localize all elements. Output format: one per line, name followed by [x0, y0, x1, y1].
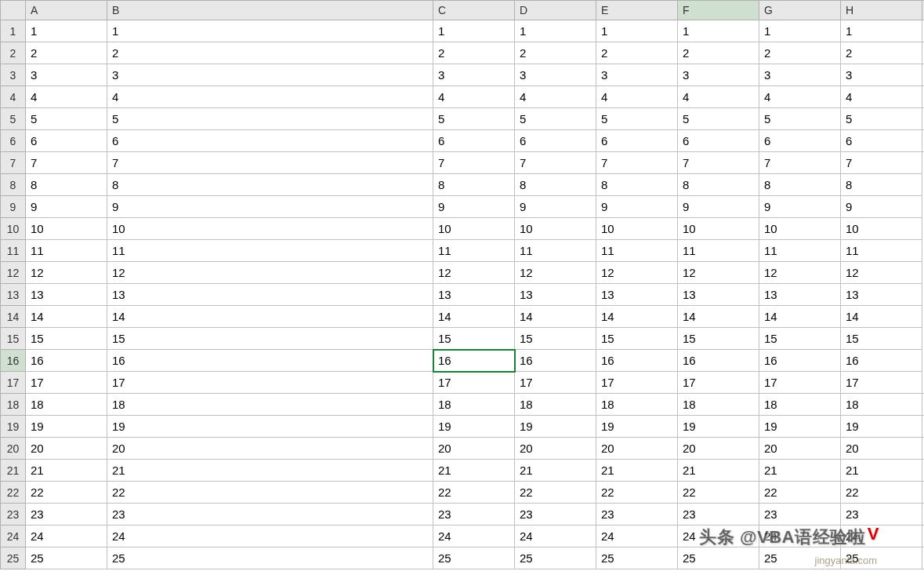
cell-E21[interactable]: 21 — [596, 460, 678, 482]
cell-G21[interactable]: 21 — [759, 460, 841, 482]
cell-E19[interactable]: 19 — [596, 416, 678, 438]
cell-D18[interactable]: 18 — [515, 394, 596, 416]
cell-F7[interactable]: 7 — [433, 152, 515, 174]
cell-K7[interactable]: 7 — [841, 152, 922, 174]
cell-C1[interactable]: 1 — [433, 20, 515, 42]
cell-B22[interactable]: 22 — [107, 482, 433, 504]
cell-G11[interactable]: 11 — [515, 240, 596, 262]
cell-E3[interactable]: 3 — [596, 64, 678, 86]
cell-K14[interactable]: 14 — [841, 306, 922, 328]
row-header-12[interactable]: 12 — [1, 262, 26, 284]
cell-F13[interactable]: 13 — [433, 284, 515, 306]
cell-A11[interactable]: 11 — [26, 240, 107, 262]
row-header-2[interactable]: 2 — [1, 42, 26, 64]
cell-I11[interactable]: 11 — [678, 240, 759, 262]
cell-E2[interactable]: 2 — [596, 42, 678, 64]
row-header-5[interactable]: 5 — [1, 108, 26, 130]
cell-A22[interactable]: 22 — [26, 482, 107, 504]
cell-A25[interactable]: 25 — [26, 547, 107, 569]
row-header-13[interactable]: 13 — [1, 284, 26, 306]
cell-B23[interactable]: 23 — [107, 504, 433, 526]
cell-I7[interactable]: 7 — [678, 152, 759, 174]
cell-D24[interactable]: 24 — [515, 526, 596, 547]
cell-G8[interactable]: 8 — [515, 174, 596, 196]
cell-A19[interactable]: 19 — [26, 416, 107, 438]
cell-G19[interactable]: 19 — [759, 416, 841, 438]
cell-J8[interactable]: 8 — [759, 174, 841, 196]
cell-F12[interactable]: 12 — [433, 262, 515, 284]
cell-K17[interactable]: 17 — [841, 372, 922, 394]
cell-B11[interactable]: 11 — [107, 240, 433, 262]
cell-E23[interactable]: 23 — [596, 504, 678, 526]
row-header-16[interactable]: 16 — [1, 350, 26, 372]
cell-H2[interactable]: 2 — [841, 42, 922, 64]
cell-B19[interactable]: 19 — [107, 416, 433, 438]
cell-A5[interactable]: 5 — [26, 108, 107, 130]
cell-F19[interactable]: 19 — [678, 416, 759, 438]
cell-F22[interactable]: 22 — [678, 482, 759, 504]
cell-A20[interactable]: 20 — [26, 438, 107, 460]
cell-K16[interactable]: 16 — [841, 350, 922, 372]
cell-J17[interactable]: 17 — [759, 372, 841, 394]
cell-H23[interactable]: 23 — [841, 504, 922, 526]
cell-K15[interactable]: 15 — [841, 328, 922, 350]
row-header-17[interactable]: 17 — [1, 372, 26, 394]
cell-F17[interactable]: 17 — [433, 372, 515, 394]
cell-I16[interactable]: 16 — [678, 350, 759, 372]
cell-B16[interactable]: 16 — [107, 350, 433, 372]
cell-A23[interactable]: 23 — [26, 504, 107, 526]
cell-A12[interactable]: 12 — [26, 262, 107, 284]
cell-G4[interactable]: 4 — [759, 86, 841, 108]
cell-I14[interactable]: 14 — [678, 306, 759, 328]
cell-B6[interactable]: 6 — [107, 130, 433, 152]
cell-A3[interactable]: 3 — [26, 64, 107, 86]
cell-H9[interactable]: 9 — [596, 196, 678, 218]
cell-I12[interactable]: 12 — [678, 262, 759, 284]
row-header-3[interactable]: 3 — [1, 64, 26, 86]
cell-B24[interactable]: 24 — [107, 526, 433, 547]
column-header-C[interactable]: C — [433, 1, 515, 20]
cell-D19[interactable]: 19 — [515, 416, 596, 438]
cell-B13[interactable]: 13 — [107, 284, 433, 306]
row-header-8[interactable]: 8 — [1, 174, 26, 196]
cell-F8[interactable]: 8 — [433, 174, 515, 196]
cell-B21[interactable]: 21 — [107, 460, 433, 482]
cell-K8[interactable]: 8 — [841, 174, 922, 196]
cell-D6[interactable]: 6 — [515, 130, 596, 152]
cell-E20[interactable]: 20 — [596, 438, 678, 460]
cell-B15[interactable]: 15 — [107, 328, 433, 350]
column-header-H[interactable]: H — [841, 1, 922, 20]
row-header-19[interactable]: 19 — [1, 416, 26, 438]
cell-A21[interactable]: 21 — [26, 460, 107, 482]
cell-G15[interactable]: 15 — [515, 328, 596, 350]
cell-F21[interactable]: 21 — [678, 460, 759, 482]
cell-C21[interactable]: 21 — [433, 460, 515, 482]
cell-B1[interactable]: 1 — [107, 20, 433, 42]
cell-H14[interactable]: 14 — [596, 306, 678, 328]
column-header-E[interactable]: E — [596, 1, 678, 20]
cell-H3[interactable]: 3 — [841, 64, 922, 86]
cell-C3[interactable]: 3 — [433, 64, 515, 86]
cell-B10[interactable]: 10 — [107, 218, 433, 240]
cell-J12[interactable]: 12 — [759, 262, 841, 284]
cell-B25[interactable]: 25 — [107, 547, 433, 569]
cell-I13[interactable]: 13 — [678, 284, 759, 306]
row-header-14[interactable]: 14 — [1, 306, 26, 328]
cell-H7[interactable]: 7 — [596, 152, 678, 174]
cell-H5[interactable]: 5 — [841, 108, 922, 130]
row-header-18[interactable]: 18 — [1, 394, 26, 416]
cell-G13[interactable]: 13 — [515, 284, 596, 306]
cell-F3[interactable]: 3 — [678, 64, 759, 86]
cell-B14[interactable]: 14 — [107, 306, 433, 328]
cell-G10[interactable]: 10 — [515, 218, 596, 240]
row-header-1[interactable]: 1 — [1, 20, 26, 42]
cell-F5[interactable]: 5 — [678, 108, 759, 130]
cell-G3[interactable]: 3 — [759, 64, 841, 86]
row-header-10[interactable]: 10 — [1, 218, 26, 240]
cell-H10[interactable]: 10 — [596, 218, 678, 240]
cell-D4[interactable]: 4 — [515, 86, 596, 108]
cell-A15[interactable]: 15 — [26, 328, 107, 350]
cell-E4[interactable]: 4 — [596, 86, 678, 108]
cell-G22[interactable]: 22 — [759, 482, 841, 504]
column-header-F[interactable]: F — [678, 1, 759, 20]
